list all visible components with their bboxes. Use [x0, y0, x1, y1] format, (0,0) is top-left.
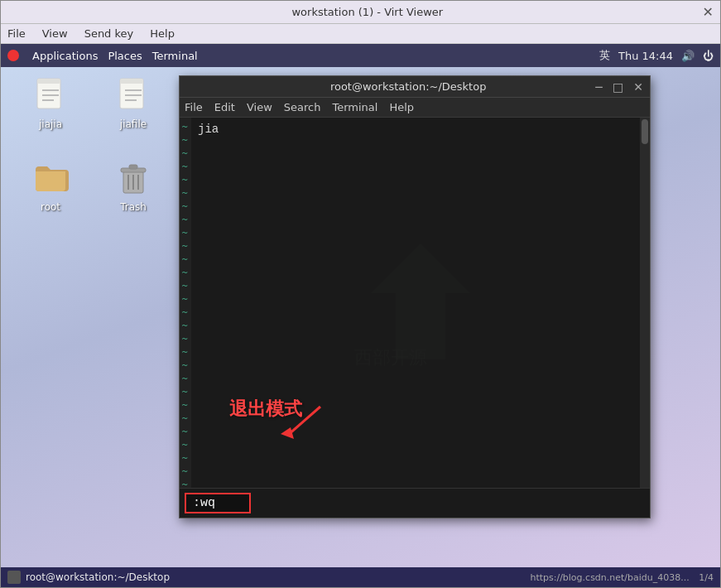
applications-icon	[7, 50, 19, 61]
svg-rect-6	[120, 79, 143, 84]
title-bar: workstation (1) - Virt Viewer ✕	[1, 1, 720, 24]
terminal-body: ~ ~ ~ ~ ~ ~ ~ ~ ~ ~ ~ ~ ~ ~ ~ ~ ~	[180, 118, 650, 488]
terminal-minimize[interactable]: ─	[595, 80, 602, 94]
clock: Thu 14:44	[618, 50, 673, 62]
desktop-icon-root[interactable]: root	[17, 158, 84, 213]
status-terminal-label: root@workstation:~/Desktop	[26, 571, 170, 583]
terminal-window: root@workstation:~/Desktop ─ □ ✕ File Ed…	[179, 75, 651, 518]
root-label: root	[41, 201, 60, 213]
trash-icon	[113, 158, 153, 198]
vim-command-box[interactable]: :wq	[185, 493, 251, 513]
terminal-squiggly-border: ~ ~ ~ ~ ~ ~ ~ ~ ~ ~ ~ ~ ~ ~ ~ ~ ~	[180, 118, 191, 488]
terminal-title: root@workstation:~/Desktop	[228, 80, 589, 93]
desktop: jiajia jiafile	[1, 67, 720, 567]
jiafile-file-icon	[113, 75, 153, 115]
status-right: https://blog.csdn.net/baidu_4038... 1/4	[530, 572, 714, 583]
terminal-scrollbar[interactable]	[640, 118, 650, 488]
terminal-close[interactable]: ✕	[633, 80, 643, 94]
svg-text:西部开源: 西部开源	[354, 347, 427, 368]
language-indicator: 英	[599, 48, 610, 63]
terminal-window-controls: ─ □ ✕	[589, 80, 643, 94]
svg-rect-1	[37, 79, 60, 84]
vim-command-text: :wq	[193, 496, 215, 510]
volume-icon[interactable]: 🔊	[681, 50, 695, 62]
desktop-taskbar: Applications Places Terminal 英 Thu 14:44…	[1, 44, 720, 67]
root-folder-icon	[31, 158, 70, 198]
virt-viewer-menubar: File View Send key Help	[1, 24, 720, 44]
term-menu-file[interactable]: File	[185, 101, 203, 113]
applications-menu[interactable]: Applications	[32, 50, 98, 62]
virt-viewer-window: workstation (1) - Virt Viewer ✕ File Vie…	[0, 0, 721, 588]
status-page: 1/4	[699, 572, 714, 583]
status-url: https://blog.csdn.net/baidu_4038...	[530, 572, 689, 583]
jiajia-file-icon	[31, 75, 70, 115]
svg-rect-12	[129, 165, 137, 169]
close-button[interactable]: ✕	[703, 4, 714, 20]
terminal-titlebar: root@workstation:~/Desktop ─ □ ✕	[180, 76, 650, 98]
terminal-menubar: File Edit View Search Terminal Help	[180, 98, 650, 118]
desktop-icon-trash[interactable]: Trash	[100, 158, 166, 213]
window-title: workstation (1) - Virt Viewer	[32, 6, 703, 18]
term-menu-edit[interactable]: Edit	[214, 101, 235, 113]
terminal-commandline: :wq	[180, 488, 650, 518]
menu-help[interactable]: Help	[147, 26, 178, 41]
taskbar-right: 英 Thu 14:44 🔊 ⏻	[599, 48, 714, 63]
status-left: root@workstation:~/Desktop	[7, 571, 170, 584]
desktop-icon-jiafile[interactable]: jiafile	[100, 75, 166, 130]
menu-sendkey[interactable]: Send key	[81, 26, 137, 41]
places-menu[interactable]: Places	[108, 50, 142, 62]
term-menu-search[interactable]: Search	[284, 101, 321, 113]
term-menu-view[interactable]: View	[247, 101, 272, 113]
menu-file[interactable]: File	[4, 26, 29, 41]
term-menu-help[interactable]: Help	[389, 101, 414, 113]
trash-label: Trash	[120, 201, 147, 213]
jiajia-label: jiajia	[39, 118, 62, 130]
terminal-text-area[interactable]: jia 西部开源	[191, 118, 650, 488]
power-icon[interactable]: ⏻	[703, 50, 714, 62]
menu-view[interactable]: View	[39, 26, 71, 41]
desktop-icon-jiajia[interactable]: jiajia	[17, 75, 84, 130]
terminal-menu[interactable]: Terminal	[152, 50, 198, 62]
scrollbar-thumb[interactable]	[642, 119, 648, 144]
term-menu-terminal[interactable]: Terminal	[332, 101, 377, 113]
watermark: 西部开源	[338, 235, 503, 371]
status-bar: root@workstation:~/Desktop https://blog.…	[1, 567, 720, 587]
svg-marker-16	[371, 243, 470, 359]
terminal-line-jia: jia	[198, 123, 219, 136]
status-terminal-icon	[7, 571, 21, 584]
terminal-maximize[interactable]: □	[613, 80, 623, 94]
taskbar-left: Applications Places Terminal	[7, 50, 589, 62]
jiafile-label: jiafile	[120, 118, 147, 130]
